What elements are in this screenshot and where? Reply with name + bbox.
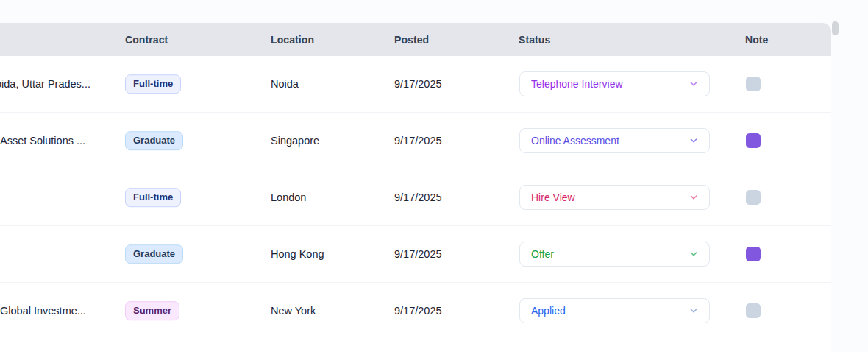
company-location-text: Global Investme...: [0, 305, 86, 317]
note-button[interactable]: [746, 133, 761, 148]
contract-badge: Graduate: [125, 131, 183, 150]
vertical-scrollbar-thumb[interactable]: [832, 21, 839, 35]
note-button[interactable]: [746, 247, 761, 261]
location-text: London: [271, 191, 306, 203]
table-row: Global Investme... Summer New York 9/17/…: [0, 283, 831, 339]
location-text: New York: [271, 305, 316, 317]
status-dropdown-value: Telephone Interview: [531, 78, 623, 90]
status-dropdown-value: Online Assessment: [531, 135, 619, 147]
posted-date-text: 9/17/2025: [394, 305, 442, 317]
contract-badge: Full-time: [125, 188, 181, 207]
column-header-location: Location: [271, 34, 314, 46]
status-dropdown[interactable]: Offer: [519, 242, 710, 267]
chevron-down-icon: [689, 249, 699, 259]
company-location-text: oida, Uttar Prades...: [0, 78, 90, 90]
status-dropdown[interactable]: Applied: [519, 298, 710, 323]
table-header-row: Contract Location Posted Status Note: [0, 23, 831, 56]
contract-badge: Full-time: [125, 74, 181, 94]
column-header-posted: Posted: [394, 34, 429, 46]
location-text: Noida: [271, 78, 299, 90]
posted-date-text: 9/17/2025: [394, 191, 442, 203]
location-text: Singapore: [271, 135, 319, 147]
chevron-down-icon: [689, 79, 699, 89]
table-row: oida, Uttar Prades... Full-time Noida 9/…: [0, 56, 831, 113]
table-row: Full-time London 9/17/2025 Hire View: [0, 169, 831, 226]
note-button[interactable]: [746, 190, 761, 205]
posted-date-text: 9/17/2025: [394, 78, 442, 90]
table-row: Graduate Hong Kong 9/17/2025 Offer: [0, 226, 831, 283]
company-location-text: Asset Solutions ...: [0, 135, 85, 147]
table-row: Asset Solutions ... Graduate Singapore 9…: [0, 113, 831, 169]
column-header-note: Note: [745, 34, 769, 46]
column-header-status: Status: [519, 34, 550, 46]
note-button[interactable]: [746, 77, 761, 91]
posted-date-text: 9/17/2025: [394, 135, 442, 147]
chevron-down-icon: [689, 135, 699, 146]
posted-date-text: 9/17/2025: [394, 248, 442, 260]
contract-badge: Summer: [125, 301, 179, 320]
status-dropdown-value: Offer: [531, 248, 554, 260]
chevron-down-icon: [689, 192, 699, 203]
jobs-table: Contract Location Posted Status Note oid…: [0, 23, 831, 352]
status-dropdown-value: Hire View: [531, 191, 575, 203]
status-dropdown[interactable]: Hire View: [519, 185, 710, 210]
location-text: Hong Kong: [271, 248, 324, 260]
note-button[interactable]: [746, 303, 761, 318]
status-dropdown[interactable]: Online Assessment: [519, 128, 710, 153]
chevron-down-icon: [689, 306, 699, 316]
status-dropdown[interactable]: Telephone Interview: [519, 71, 710, 96]
contract-badge: Graduate: [125, 244, 183, 264]
status-dropdown-value: Applied: [531, 305, 566, 317]
column-header-contract: Contract: [125, 34, 168, 46]
